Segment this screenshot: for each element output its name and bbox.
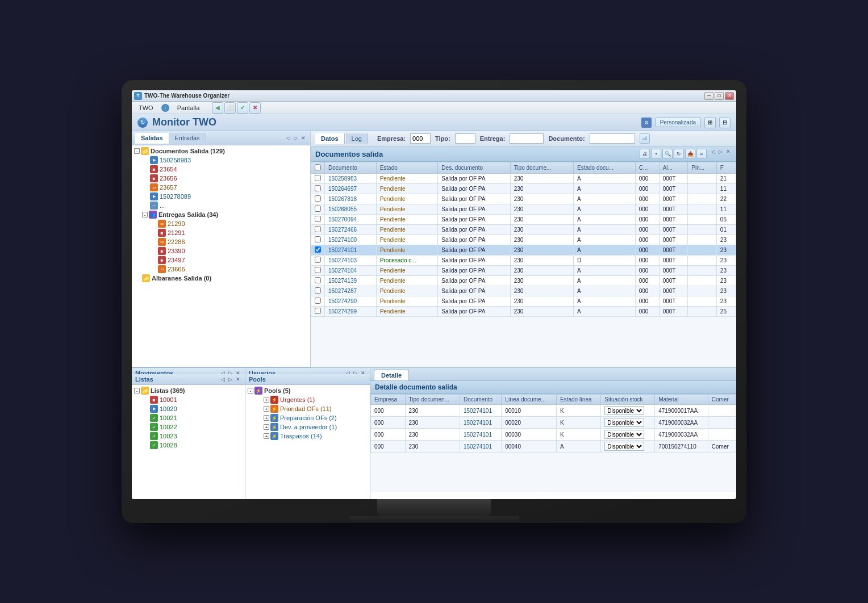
doc-docnum-1[interactable]: 150264697 <box>325 184 377 194</box>
detail-row-0[interactable]: 000 230 150274101 00010 K Disponible 471… <box>371 405 736 417</box>
doc-docnum-12[interactable]: 150274290 <box>325 296 377 307</box>
doc-checkbox-11[interactable] <box>315 287 321 294</box>
tree-item-150258983[interactable]: ▶ 150258983 <box>132 156 310 165</box>
menu-pantalla[interactable]: Pantalla <box>174 103 203 112</box>
info-icon[interactable]: i <box>161 104 169 112</box>
pool-urgentes[interactable]: + ⚡ Urgentes (1) <box>245 395 370 404</box>
personalizada-button[interactable]: Personalizada <box>655 118 701 127</box>
close-button[interactable]: ✕ <box>725 92 734 100</box>
doc-checkbox-0[interactable] <box>315 175 321 181</box>
tree-item-23666[interactable]: ⇒ 23666 <box>132 265 310 274</box>
menu-two[interactable]: TWO <box>135 103 157 112</box>
tipo-input[interactable] <box>455 133 475 144</box>
check-button[interactable]: ✔ <box>237 102 248 114</box>
tree-item-23654[interactable]: ■ 23654 <box>132 165 310 174</box>
lista-10020[interactable]: ▶ 10020 <box>132 404 245 413</box>
doc-docnum-13[interactable]: 150274299 <box>325 307 377 317</box>
tree-item-21290[interactable]: ⇒ 21290 <box>132 219 310 228</box>
doc-row-11[interactable]: 150274287 Pendiente Salida por OF PA 230… <box>311 286 736 296</box>
doc-cb-2[interactable] <box>311 194 325 204</box>
doc-checkbox-3[interactable] <box>315 206 321 212</box>
det-doc-0[interactable]: 150274101 <box>460 405 501 417</box>
dot-button[interactable]: • <box>651 149 661 159</box>
doc-docnum-10[interactable]: 150274139 <box>325 276 377 286</box>
layout-button2[interactable]: ⊟ <box>719 117 731 128</box>
nav-left-icon[interactable]: ◁ <box>285 135 291 141</box>
doc-docnum-2[interactable]: 150267818 <box>325 194 377 204</box>
maximize-button[interactable]: □ <box>715 92 724 100</box>
lista-10022[interactable]: ✓ 10022 <box>132 422 245 432</box>
doc-checkbox-7[interactable] <box>315 246 321 253</box>
det-situacion-select-3[interactable]: Disponible <box>604 442 644 451</box>
doc-row-4[interactable]: 150270094 Pendiente Salida por OF PA 230… <box>311 215 736 225</box>
print-button[interactable]: 🖨 <box>640 149 650 159</box>
search-button[interactable]: 🔍 <box>662 149 673 159</box>
tree-item-23656[interactable]: ■ 23656 <box>132 174 310 183</box>
doc-row-6[interactable]: 150274100 Pendiente Salida por OF PA 230… <box>311 235 736 245</box>
doc-checkbox-13[interactable] <box>315 308 321 314</box>
tree-item-21291[interactable]: ■ 21291 <box>132 228 310 237</box>
tree-item-23390[interactable]: ■ 23390 <box>132 246 310 256</box>
list-button[interactable]: ≡ <box>696 149 707 159</box>
pool-traspasos[interactable]: + ⚡ Traspasos (14) <box>245 432 370 441</box>
doc-cb-5[interactable] <box>311 225 325 235</box>
doc-row-1[interactable]: 150264697 Pendiente Salida por OF PA 230… <box>311 184 736 194</box>
doc-cb-1[interactable] <box>311 184 325 194</box>
det-situacion-select-2[interactable]: Disponible <box>604 430 644 439</box>
tab-entradas[interactable]: Entradas <box>169 133 206 143</box>
doc-cb-13[interactable] <box>311 307 325 317</box>
doc-row-2[interactable]: 150267818 Pendiente Salida por OF PA 230… <box>311 194 736 204</box>
tree-entregas-root[interactable]: - 👥 Entregas Salida (34) <box>132 210 310 219</box>
snapshot-button[interactable]: ⬜ <box>224 102 236 114</box>
expand-traspasos[interactable]: + <box>264 433 269 439</box>
doc-docnum-8[interactable]: 150274103 <box>325 256 377 266</box>
doc-cb-12[interactable] <box>311 296 325 307</box>
doc-docnum-9[interactable]: 150274104 <box>325 266 377 276</box>
minimize-button[interactable]: ─ <box>704 92 713 100</box>
doc-cb-11[interactable] <box>311 286 325 296</box>
doc-checkbox-5[interactable] <box>315 226 321 232</box>
expand-entregas[interactable]: - <box>142 212 148 217</box>
doc-nav-pin[interactable]: ▷ <box>717 149 724 159</box>
tree-item-150278089[interactable]: ▶ 150278089 <box>132 192 310 201</box>
tree-root-salidas[interactable]: - 📁 Documentos Salida (129) <box>132 146 310 156</box>
det-doc-3[interactable]: 150274101 <box>460 441 501 453</box>
doc-checkbox-12[interactable] <box>315 298 321 304</box>
doc-row-5[interactable]: 150272466 Pendiente Salida por OF PA 230… <box>311 225 736 235</box>
doc-checkbox-2[interactable] <box>315 195 321 202</box>
doc-checkbox-1[interactable] <box>315 185 321 191</box>
doc-row-12[interactable]: 150274290 Pendiente Salida por OF PA 230… <box>311 296 736 307</box>
listas-root[interactable]: - 📁 Listas (369) <box>132 386 245 395</box>
expand-salidas[interactable]: - <box>134 148 140 154</box>
pool-dev[interactable]: + ⚡ Dev. a proveedor (1) <box>245 422 370 432</box>
detail-row-1[interactable]: 000 230 150274101 00020 K Disponible 471… <box>371 417 736 429</box>
layout-button1[interactable]: ⊞ <box>704 117 716 128</box>
tab-log[interactable]: Log <box>346 133 368 144</box>
refresh-doc-button[interactable]: ↻ <box>674 149 684 159</box>
doc-cb-9[interactable] <box>311 266 325 276</box>
det-situacion-select-0[interactable]: Disponible <box>604 406 644 415</box>
back-button[interactable]: ◀ <box>212 102 223 114</box>
documento-input[interactable] <box>590 133 635 144</box>
tab-datos[interactable]: Datos <box>315 133 345 144</box>
doc-docnum-7[interactable]: 150274101 <box>325 245 377 256</box>
pool-preparacion[interactable]: + ⚡ Preparación OFs (2) <box>245 413 370 422</box>
filter-go-button[interactable]: ⏎ <box>640 133 650 144</box>
doc-checkbox-4[interactable] <box>315 216 321 222</box>
lista-10028[interactable]: ✓ 10028 <box>132 441 245 450</box>
tree-item-22286[interactable]: ⇒ 22286 <box>132 237 310 246</box>
empresa-input[interactable] <box>410 133 431 144</box>
entrega-input[interactable] <box>510 133 544 144</box>
settings-icon[interactable]: ⚙ <box>641 118 652 128</box>
expand-pools[interactable]: - <box>248 388 253 393</box>
doc-cb-8[interactable] <box>311 256 325 266</box>
doc-row-3[interactable]: 150268055 Pendiente Salida por OF PA 230… <box>311 204 736 215</box>
nav-pin-icon[interactable]: ▷ <box>293 135 299 141</box>
nav-close-icon[interactable]: ✕ <box>300 135 307 141</box>
export-button[interactable]: 📤 <box>685 149 695 159</box>
cancel-button[interactable]: ✖ <box>249 102 261 114</box>
det-doc-2[interactable]: 150274101 <box>460 429 501 441</box>
expand-preparacion[interactable]: + <box>264 415 269 421</box>
detail-row-3[interactable]: 000 230 150274101 00040 A Disponible 700… <box>371 441 736 453</box>
doc-row-0[interactable]: 150258983 Pendiente Salida por OF PA 230… <box>311 174 736 184</box>
